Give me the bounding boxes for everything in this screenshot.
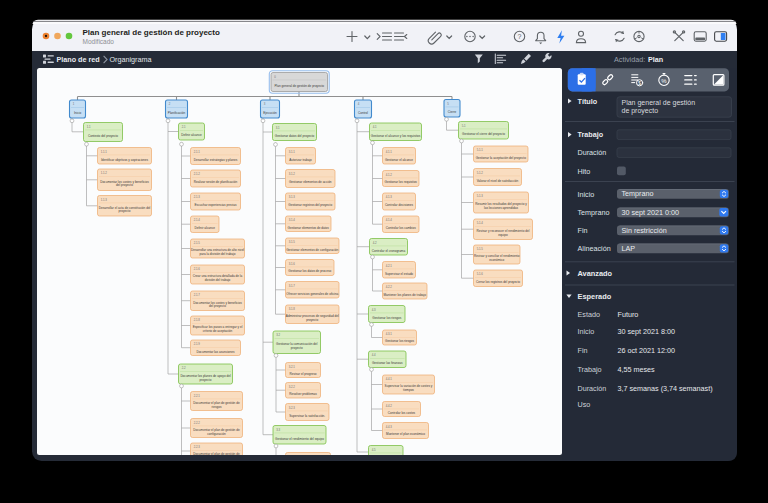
svg-text:Estado: Estado [578,310,600,319]
svg-text:Plan general de gestión de pro: Plan general de gestión de proyecto [274,84,324,88]
svg-text:2.1.3: 2.1.3 [194,195,201,199]
svg-text:Gestionar datos del proyecto: Gestionar datos del proyecto [275,134,315,138]
svg-text:Temprano: Temprano [622,189,654,198]
svg-text:3.3: 3.3 [276,428,280,432]
svg-text:3.1.8: 3.1.8 [289,307,296,311]
svg-text:Definir alcance: Definir alcance [181,133,202,137]
svg-text:criterio de aceptación: criterio de aceptación [203,329,233,333]
svg-text:3.2.2: 3.2.2 [289,385,296,389]
svg-text:de proyecto: de proyecto [622,107,659,115]
svg-text:Gestionar el alcance: Gestionar el alcance [385,158,413,162]
svg-text:Temprano: Temprano [578,208,610,217]
svg-text:2.1.1: 2.1.1 [194,150,201,154]
svg-text:2.1.2: 2.1.2 [194,172,201,176]
svg-text:Fin: Fin [578,346,588,355]
svg-text:3.2: 3.2 [276,333,280,337]
svg-text:26 oct 2021 12:00: 26 oct 2021 12:00 [618,346,676,355]
svg-text:4,55 meses: 4,55 meses [618,365,656,374]
svg-text:Trabajo: Trabajo [578,365,602,374]
svg-text:Plan general de gestión: Plan general de gestión [622,99,696,107]
svg-text:Gestionar los riesgos: Gestionar los riesgos [372,316,402,320]
svg-text:3.1.7: 3.1.7 [289,284,296,288]
svg-text:Alineación: Alineación [578,244,611,253]
svg-text:4.1.1: 4.1.1 [386,150,393,154]
svg-text:4.1: 4.1 [373,125,377,129]
svg-text:Duración: Duración [578,384,607,393]
svg-text:Hito: Hito [578,167,591,176]
svg-text:4.3.1: 4.3.1 [386,332,393,336]
svg-text:Supervisar el estado: Supervisar el estado [385,272,413,276]
svg-text:Revisar el progreso: Revisar el progreso [290,372,317,376]
svg-text:3.1.5: 3.1.5 [289,240,296,244]
svg-text:Gestionar la aceptación del pr: Gestionar la aceptación del proyecto [476,156,526,160]
svg-text:4.4: 4.4 [372,353,376,357]
svg-text:Escuchar experiencias previas: Escuchar experiencias previas [195,203,237,207]
svg-text:Controlar los costes: Controlar los costes [388,411,416,415]
svg-text:5.1.6: 5.1.6 [477,272,484,276]
svg-text:Controlar el cronograma: Controlar el cronograma [372,249,406,253]
svg-text:4.1.4: 4.1.4 [386,218,393,222]
svg-text:Duración: Duración [578,148,607,157]
svg-text:proyecto: proyecto [306,318,318,322]
svg-text:3.1.2: 3.1.2 [289,172,296,176]
svg-text:1.1: 1.1 [87,125,91,129]
svg-text:1.1.3: 1.1.3 [101,198,108,202]
svg-text:división del trabajo: división del trabajo [205,278,231,282]
svg-text:3.1: 3.1 [276,126,280,130]
svg-text:para la división del trabajo: para la división del trabajo [200,252,236,256]
svg-text:2.1.5: 2.1.5 [194,241,201,245]
svg-text:Valorar el nivel de satisfacci: Valorar el nivel de satisfacción [477,179,519,183]
svg-text:Cierre: Cierre [448,110,457,114]
svg-text:Actividad:: Actividad: [614,55,645,64]
svg-text:Organigrama: Organigrama [110,55,152,64]
svg-text:Gestionar elementos de acción: Gestionar elementos de acción [289,180,332,184]
svg-text:Gestionar elementos de datos: Gestionar elementos de datos [288,226,330,230]
svg-text:configuración: configuración [207,432,226,436]
svg-text:Fin: Fin [578,226,588,235]
svg-text:Mantener el plan económico: Mantener el plan económico [386,432,425,436]
svg-text:proyecto: proyecto [200,378,212,382]
svg-text:4.1.2: 4.1.2 [386,173,393,177]
svg-text:2.1.9: 2.1.9 [194,342,201,346]
svg-text:2.2.2: 2.2.2 [194,421,201,425]
svg-text:Control: Control [358,111,368,115]
svg-text:2.1.6: 2.1.6 [194,267,201,271]
svg-text:Gestionar elementos de configu: Gestionar elementos de configuración [286,248,338,252]
svg-text:5.1.4: 5.1.4 [477,221,484,225]
svg-text:3.1.3: 3.1.3 [289,195,296,199]
svg-text:Trabajo: Trabajo [578,130,604,139]
svg-text:3.1.6: 3.1.6 [289,262,296,266]
svg-text:5.1.2: 5.1.2 [477,171,484,175]
svg-text:3.2.3: 3.2.3 [289,406,296,410]
svg-text:Controlar decisiones: Controlar decisiones [385,203,414,207]
svg-text:5.1.1: 5.1.1 [477,148,484,152]
svg-text:Gestionar las finanzas: Gestionar las finanzas [372,361,403,365]
svg-text:4.2.2: 4.2.2 [386,285,393,289]
svg-text:2.2.1: 2.2.1 [194,394,201,398]
svg-text:económico: económico [489,258,504,262]
svg-text:30 sept 2021 0:00: 30 sept 2021 0:00 [622,208,680,217]
svg-text:Mantener los planes de trabajo: Mantener los planes de trabajo [384,293,427,297]
svg-text:1.1.2: 1.1.2 [101,171,108,175]
svg-text:Plano de red: Plano de red [57,55,100,64]
svg-text:Gestionar el rendimiento del e: Gestionar el rendimiento del equipo [275,437,324,441]
svg-text:4.5: 4.5 [372,448,376,452]
svg-text:Sin restricción: Sin restricción [622,226,667,235]
svg-text:4.3: 4.3 [372,308,376,312]
svg-text:Realizar sesión de planificaci: Realizar sesión de planificación [194,180,238,184]
svg-text:tiempos: tiempos [403,388,414,392]
svg-text:Inicio: Inicio [578,190,595,199]
svg-text:Título: Título [578,97,598,106]
svg-text:Gestionar los datos de proceso: Gestionar los datos de proceso [288,269,331,273]
svg-text:?: ? [518,33,522,40]
svg-text:riesgos: riesgos [212,405,222,409]
svg-text:$: $ [638,81,641,86]
svg-text:Inicio: Inicio [578,327,595,336]
svg-text:Gestionar registros del proyec: Gestionar registros del proyecto [288,203,332,207]
svg-text:2.1.7: 2.1.7 [194,293,201,297]
svg-text:Autorizar trabajo: Autorizar trabajo [289,158,312,162]
svg-text:Planificación: Planificación [168,111,186,115]
svg-text:LAP: LAP [622,244,636,253]
svg-text:Controlar los cambios: Controlar los cambios [386,226,416,230]
svg-text:Gestionar los requisitos: Gestionar los requisitos [385,180,418,184]
